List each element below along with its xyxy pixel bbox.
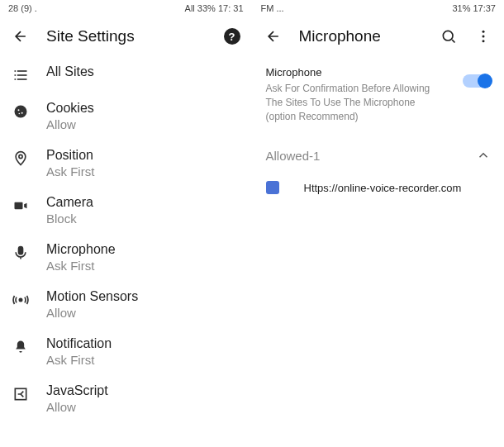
microphone-screen: FM ... 31% 17:37 Microphone Microphone A… xyxy=(253,0,505,447)
svg-point-6 xyxy=(15,106,27,118)
statusbar-right-leading: FM ... xyxy=(261,3,284,13)
svg-point-7 xyxy=(18,109,20,111)
all-sites-row[interactable]: All Sites xyxy=(0,56,252,93)
cookies-row[interactable]: CookiesAllow xyxy=(0,93,252,140)
svg-rect-11 xyxy=(15,202,23,209)
switch-knob xyxy=(478,74,492,88)
row-label: Position xyxy=(46,148,94,163)
row-sub: Allow xyxy=(46,400,108,414)
svg-rect-2 xyxy=(15,74,17,76)
svg-rect-0 xyxy=(15,70,17,72)
svg-point-10 xyxy=(19,155,22,158)
camera-icon xyxy=(12,197,30,215)
svg-rect-4 xyxy=(15,78,17,80)
statusbar-left: 28 (9) . All 33% 17: 31 xyxy=(0,0,252,17)
row-label: Cookies xyxy=(46,101,94,116)
back-button[interactable] xyxy=(12,27,30,45)
page-title: Microphone xyxy=(299,27,424,45)
list-icon xyxy=(12,66,30,84)
search-icon xyxy=(440,28,457,45)
svg-point-16 xyxy=(483,31,485,33)
appbar-left: Site Settings ? xyxy=(0,17,252,56)
motion-sensors-row[interactable]: Motion SensorsAllow xyxy=(0,281,252,328)
location-icon xyxy=(12,150,30,168)
microphone-row[interactable]: MicrophoneAsk First xyxy=(0,234,252,281)
statusbar-right-trailing: 31% 17:37 xyxy=(452,3,496,13)
row-sub: Ask First xyxy=(46,164,94,178)
svg-point-15 xyxy=(443,31,453,40)
notification-row[interactable]: NotificationAsk First xyxy=(0,328,252,375)
javascript-icon xyxy=(12,385,30,403)
row-label: Camera xyxy=(46,195,93,210)
position-row[interactable]: PositionAsk First xyxy=(0,140,252,187)
bell-icon xyxy=(12,338,30,356)
allowed-section-header[interactable]: Allowed-1 xyxy=(253,133,505,169)
microphone-toggle[interactable] xyxy=(463,74,491,88)
toggle-desc: Ask For Confirmation Before Allowing The… xyxy=(266,82,440,123)
svg-rect-5 xyxy=(17,78,27,80)
row-label: Microphone xyxy=(46,242,116,257)
sensor-icon xyxy=(12,291,30,309)
chevron-up-icon xyxy=(476,148,491,163)
help-button[interactable]: ? xyxy=(224,28,240,45)
svg-rect-12 xyxy=(19,247,23,254)
row-label: Notification xyxy=(46,336,112,351)
row-sub: Block xyxy=(46,212,93,226)
site-url: Https://online-voice-recorder.com xyxy=(304,182,462,194)
svg-point-17 xyxy=(483,36,485,38)
svg-point-9 xyxy=(19,113,21,115)
statusbar-left-trailing: All 33% 17: 31 xyxy=(185,3,244,13)
row-label: JavaScript xyxy=(46,383,108,398)
statusbar-left-leading: 28 (9) . xyxy=(8,3,37,13)
row-sub: Ask First xyxy=(46,259,116,273)
section-label: Allowed-1 xyxy=(266,149,321,163)
allowed-site-row[interactable]: Https://online-voice-recorder.com xyxy=(253,169,505,206)
row-label: Motion Sensors xyxy=(46,289,138,304)
toggle-title: Microphone xyxy=(266,66,440,78)
more-vert-icon xyxy=(475,28,492,45)
row-sub: Allow xyxy=(46,117,94,131)
site-settings-screen: 28 (9) . All 33% 17: 31 Site Settings ? … xyxy=(0,0,253,447)
back-button[interactable] xyxy=(264,27,283,45)
svg-rect-1 xyxy=(17,70,27,72)
arrow-left-icon xyxy=(12,28,29,45)
settings-list[interactable]: All Sites CookiesAllow PositionAsk First… xyxy=(0,56,252,447)
svg-point-18 xyxy=(483,40,485,42)
statusbar-right: FM ... 31% 17:37 xyxy=(253,0,505,17)
site-favicon xyxy=(266,181,279,194)
row-sub: Ask First xyxy=(46,353,112,367)
javascript-row[interactable]: JavaScriptAllow xyxy=(0,375,252,422)
page-title: Site Settings xyxy=(46,27,207,45)
microphone-toggle-block: Microphone Ask For Confirmation Before A… xyxy=(253,56,505,133)
appbar-right: Microphone xyxy=(253,17,505,56)
row-label: All Sites xyxy=(46,64,94,79)
svg-point-13 xyxy=(19,298,21,301)
arrow-left-icon xyxy=(265,28,282,45)
svg-point-8 xyxy=(21,112,23,114)
row-sub: Allow xyxy=(46,306,138,320)
camera-row[interactable]: CameraBlock xyxy=(0,187,252,234)
microphone-icon xyxy=(12,244,30,262)
cookie-icon xyxy=(12,102,30,121)
svg-rect-3 xyxy=(17,74,27,76)
search-button[interactable] xyxy=(440,27,458,45)
overflow-button[interactable] xyxy=(474,27,492,45)
